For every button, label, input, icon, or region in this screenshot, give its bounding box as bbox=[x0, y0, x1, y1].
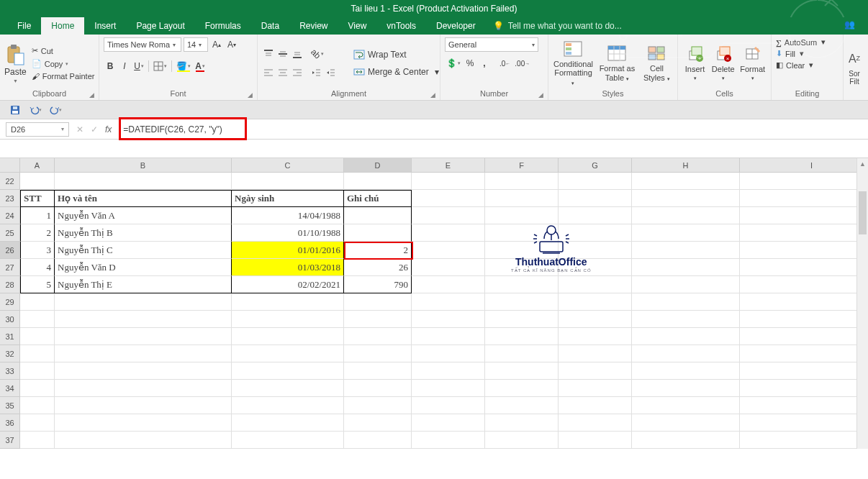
colhdr-I[interactable]: I bbox=[740, 158, 868, 173]
align-middle-button[interactable] bbox=[276, 47, 289, 61]
cell[interactable] bbox=[55, 311, 232, 328]
cell[interactable] bbox=[740, 345, 868, 362]
cell[interactable] bbox=[632, 328, 740, 345]
decrease-indent-button[interactable] bbox=[309, 65, 322, 80]
cell[interactable] bbox=[344, 414, 412, 432]
tab-view[interactable]: View bbox=[338, 17, 377, 35]
cell[interactable] bbox=[485, 362, 559, 380]
cell[interactable] bbox=[485, 432, 559, 449]
rowhdr-29[interactable]: 29 bbox=[0, 293, 20, 311]
colhdr-D[interactable]: D bbox=[344, 158, 412, 173]
cell[interactable] bbox=[740, 190, 868, 207]
cell[interactable] bbox=[20, 173, 55, 190]
cell[interactable] bbox=[559, 293, 632, 311]
conditional-formatting-button[interactable]: ConditionalFormatting ▾ bbox=[553, 40, 594, 86]
font-color-button[interactable]: A▾ bbox=[194, 59, 207, 73]
align-left-button[interactable] bbox=[262, 65, 275, 80]
cell[interactable]: 14/04/1988 bbox=[232, 207, 344, 224]
cell[interactable] bbox=[485, 397, 559, 414]
align-center-button[interactable] bbox=[276, 65, 289, 80]
cell[interactable]: 5 bbox=[20, 276, 55, 293]
cell[interactable] bbox=[559, 380, 632, 397]
cell[interactable]: STT bbox=[20, 190, 55, 207]
cell[interactable] bbox=[55, 397, 232, 414]
share-button[interactable]: 👥 bbox=[844, 19, 855, 29]
cell[interactable] bbox=[20, 397, 55, 414]
paste-button[interactable]: Paste ▼ bbox=[4, 44, 27, 83]
enter-formula-button[interactable]: ✓ bbox=[91, 124, 98, 134]
colhdr-E[interactable]: E bbox=[412, 158, 485, 173]
cell[interactable] bbox=[232, 362, 344, 380]
format-painter-button[interactable]: 🖌Format Painter bbox=[30, 71, 97, 81]
cell[interactable] bbox=[632, 242, 740, 259]
clear-button[interactable]: ◧Clear▾ bbox=[776, 60, 813, 70]
colhdr-A[interactable]: A bbox=[20, 158, 55, 173]
cell[interactable] bbox=[632, 380, 740, 397]
insert-cells-button[interactable]: +Insert▾ bbox=[682, 45, 707, 81]
tab-insert[interactable]: Insert bbox=[84, 17, 126, 35]
rowhdr-25[interactable]: 25 bbox=[0, 224, 20, 242]
cell[interactable] bbox=[344, 224, 412, 242]
align-bottom-button[interactable] bbox=[291, 47, 304, 61]
clipboard-launcher[interactable]: ◢ bbox=[89, 91, 94, 99]
cell[interactable] bbox=[559, 432, 632, 449]
tab-data[interactable]: Data bbox=[251, 17, 289, 35]
cell[interactable]: 01/10/1988 bbox=[232, 224, 344, 242]
increase-indent-button[interactable] bbox=[324, 65, 337, 80]
percent-button[interactable]: % bbox=[464, 56, 476, 70]
cell[interactable] bbox=[20, 432, 55, 449]
cell[interactable] bbox=[20, 311, 55, 328]
number-launcher[interactable]: ◢ bbox=[538, 91, 543, 99]
fill-button[interactable]: ⬇Fill▾ bbox=[776, 49, 804, 58]
cell[interactable] bbox=[632, 207, 740, 224]
cell[interactable]: 4 bbox=[20, 259, 55, 276]
number-format-combo[interactable]: General▾ bbox=[445, 37, 538, 52]
cell[interactable] bbox=[344, 328, 412, 345]
cut-button[interactable]: ✂Cut bbox=[30, 45, 97, 56]
rowhdr-33[interactable]: 33 bbox=[0, 362, 20, 380]
cell[interactable] bbox=[485, 414, 559, 432]
select-all-corner[interactable] bbox=[0, 158, 20, 173]
wrap-text-button[interactable]: Wrap Text bbox=[351, 49, 441, 60]
cell[interactable]: Nguyễn Thị E bbox=[55, 276, 232, 293]
cell[interactable] bbox=[232, 173, 344, 190]
decrease-font-button[interactable]: A▾ bbox=[225, 37, 238, 52]
cell[interactable] bbox=[344, 362, 412, 380]
orientation-button[interactable]: ab▾ bbox=[309, 47, 325, 61]
cell[interactable] bbox=[412, 311, 485, 328]
cell[interactable] bbox=[55, 345, 232, 362]
cell[interactable] bbox=[740, 259, 868, 276]
tab-page-layout[interactable]: Page Layout bbox=[126, 17, 194, 35]
font-launcher[interactable]: ◢ bbox=[248, 91, 253, 99]
cell[interactable] bbox=[632, 345, 740, 362]
cell[interactable] bbox=[232, 380, 344, 397]
cell[interactable] bbox=[412, 190, 485, 207]
cell[interactable]: Ngày sinh bbox=[232, 190, 344, 207]
cell[interactable] bbox=[485, 190, 559, 207]
autosum-button[interactable]: ∑AutoSum▾ bbox=[776, 37, 826, 47]
cell[interactable] bbox=[412, 414, 485, 432]
bold-button[interactable]: B bbox=[104, 59, 117, 73]
undo-button[interactable]: ▾ bbox=[29, 104, 42, 117]
cell[interactable] bbox=[485, 345, 559, 362]
cell[interactable] bbox=[740, 362, 868, 380]
cell[interactable] bbox=[344, 293, 412, 311]
cell[interactable] bbox=[485, 173, 559, 190]
cell[interactable] bbox=[412, 173, 485, 190]
cell[interactable] bbox=[740, 242, 868, 259]
colhdr-G[interactable]: G bbox=[559, 158, 632, 173]
cell[interactable] bbox=[485, 328, 559, 345]
cell[interactable] bbox=[55, 414, 232, 432]
cell[interactable] bbox=[232, 414, 344, 432]
cell[interactable] bbox=[20, 345, 55, 362]
rowhdr-27[interactable]: 27 bbox=[0, 259, 20, 276]
delete-cells-button[interactable]: ×Delete▾ bbox=[710, 45, 736, 81]
cell[interactable] bbox=[344, 311, 412, 328]
sort-filter-button[interactable]: AZSorFilt bbox=[845, 50, 864, 86]
increase-font-button[interactable]: A▴ bbox=[210, 37, 223, 52]
cell[interactable] bbox=[740, 380, 868, 397]
rowhdr-22[interactable]: 22 bbox=[0, 173, 20, 190]
cell[interactable] bbox=[632, 432, 740, 449]
cell[interactable]: Nguyễn Thị C bbox=[55, 242, 232, 259]
cell[interactable] bbox=[412, 432, 485, 449]
